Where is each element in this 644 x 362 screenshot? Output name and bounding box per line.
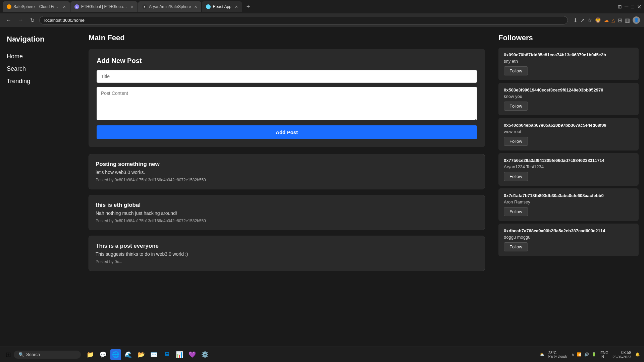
- browser-tab-tab2[interactable]: EETHGlobal | ETHGlobal Waterloo✕: [70, 1, 138, 12]
- taskbar-app-misc[interactable]: ⚙️: [200, 349, 210, 360]
- followers-list: 0x090c70b87fdd85c81cea74b13e06379e1b045e…: [498, 48, 639, 256]
- app-container: Navigation Home Search Trending Main Fee…: [0, 27, 644, 347]
- notifications-icon[interactable]: 🔔: [635, 352, 640, 357]
- download-icon[interactable]: ⬇: [573, 17, 578, 23]
- clock-date: 25-06-2023: [612, 355, 631, 359]
- post-author: Posted by 0x801b984a175b13cff166a4b042e8…: [96, 219, 478, 223]
- chevron-up-icon[interactable]: ∧: [572, 352, 574, 357]
- sound-icon[interactable]: 🔊: [584, 352, 589, 357]
- brave-rewards-icon: △: [611, 17, 615, 23]
- post-content: let's how web3.0 works.: [96, 170, 478, 175]
- taskbar-app-explorer[interactable]: 📁: [85, 349, 96, 360]
- post-title: This is a post everyone: [96, 243, 478, 249]
- taskbar-app-chrome[interactable]: 🌐: [110, 349, 121, 360]
- region: IN: [600, 355, 608, 359]
- browser-tab-tab3[interactable]: ●AryanAmin/SafeSphere✕: [138, 1, 201, 12]
- extensions-icon[interactable]: ⊞: [618, 17, 622, 23]
- follower-address: 0x503e3f99619440ecef3cec9f01248e03bb0529…: [504, 87, 633, 93]
- post-author: Posted by 0x801b984a175b13cff166a4b042e8…: [96, 178, 478, 182]
- taskbar-app-mail[interactable]: ✉️: [149, 349, 159, 360]
- profile-icon[interactable]: 👤: [633, 16, 640, 24]
- navigation-bar: ← → ↻ ⬇ ↗ ☆ 🦁 ☁ △ ⊞ ▥ 👤: [0, 13, 644, 27]
- browser-tab-tab4[interactable]: React App✕: [202, 1, 241, 12]
- tab-close-icon[interactable]: ✕: [194, 5, 197, 9]
- taskbar-app-files[interactable]: 📂: [136, 349, 147, 360]
- post-card: this is eth global Nah nothing much just…: [89, 195, 485, 230]
- start-button[interactable]: ⊞: [4, 349, 12, 360]
- add-post-button[interactable]: Add Post: [97, 125, 477, 139]
- weather-desc: Partly cloudy: [548, 355, 568, 358]
- post-card: Posting something new let's how web3.0 w…: [89, 154, 485, 189]
- follower-name: doggu moggu: [504, 235, 633, 240]
- taskbar-app-teams[interactable]: 💬: [98, 349, 108, 360]
- tab-close-icon[interactable]: ✕: [63, 5, 66, 9]
- minimize-button[interactable]: ─: [625, 4, 628, 10]
- taskbar-search[interactable]: 🔍 Search: [14, 351, 81, 359]
- post-title: this is eth global: [96, 202, 478, 208]
- follower-card: 0x7d1afa7b718fb893db30a3abc0cfc608aacfeb…: [498, 188, 639, 221]
- taskbar-app-vs[interactable]: 🖥: [161, 349, 172, 360]
- follow-button[interactable]: Follow: [504, 207, 528, 216]
- followers-title: Followers: [498, 34, 639, 42]
- follower-name: Aryan1234 Test1234: [504, 164, 633, 169]
- follow-button[interactable]: Follow: [504, 172, 528, 181]
- posts-container: Posting something new let's how web3.0 w…: [89, 154, 485, 271]
- tab-close-icon[interactable]: ✕: [235, 5, 238, 9]
- language: ENG: [600, 351, 608, 355]
- post-content: Nah nothing much just hacking around!: [96, 210, 478, 216]
- taskbar-system-icons: ∧ 📶 🔊 🔋: [572, 352, 596, 357]
- sidebar-item-trending[interactable]: Trending: [7, 78, 74, 85]
- follower-name: Aron Ramsey: [504, 199, 633, 204]
- back-button[interactable]: ←: [4, 16, 13, 24]
- refresh-button[interactable]: ↻: [28, 16, 37, 25]
- taskbar-app-discord[interactable]: 💜: [187, 349, 198, 360]
- browser-tab-tab1[interactable]: SafeSphere – Cloud Firestore – F…✕: [3, 1, 70, 12]
- post-card: This is a post everyone This suggests th…: [89, 236, 485, 271]
- follow-button[interactable]: Follow: [504, 242, 528, 251]
- tab-close-icon[interactable]: ✕: [130, 5, 133, 9]
- browser-nav-icons: ⬇ ↗ ☆ 🦁 ☁ △ ⊞ ▥ 👤: [573, 16, 640, 24]
- taskbar-app-ppt[interactable]: 📊: [174, 349, 185, 360]
- post-author: Posted by 0x...: [96, 259, 478, 264]
- follow-button[interactable]: Follow: [504, 102, 528, 111]
- weather-icon: ⛅: [540, 352, 544, 357]
- sidebar-title: Navigation: [7, 35, 74, 44]
- clock-time: 08:58: [612, 350, 631, 355]
- browser-chrome: SafeSphere – Cloud Firestore – F…✕EETHGl…: [0, 0, 644, 27]
- weather-temp: 28°C: [548, 351, 568, 355]
- new-tab-button[interactable]: +: [244, 3, 253, 10]
- add-post-card: Add New Post Add Post: [89, 49, 485, 147]
- address-bar[interactable]: [39, 16, 568, 24]
- close-button[interactable]: ✕: [637, 4, 641, 10]
- post-content: This suggests thinks to do in web3.0 wor…: [96, 251, 478, 257]
- follower-address: 0xdbcab7a768ea9a00b2ffa5a2eb387cad609e21…: [504, 228, 633, 233]
- forward-button[interactable]: →: [16, 16, 25, 24]
- post-content-input[interactable]: [97, 87, 477, 120]
- network-icon[interactable]: 📶: [577, 352, 582, 357]
- tab-list-icon[interactable]: ⊞: [618, 4, 622, 9]
- taskbar-apps: 📁 💬 🌐 🌊 📂 ✉️ 🖥 📊 💜 ⚙️: [85, 349, 210, 360]
- taskbar-right: ⛅ 28°C Partly cloudy ∧ 📶 🔊 🔋 ENG IN 08:5…: [540, 350, 640, 359]
- maximize-button[interactable]: □: [631, 4, 634, 10]
- cloudflare-icon: ☁: [604, 17, 609, 23]
- taskbar-app-edge[interactable]: 🌊: [123, 349, 134, 360]
- main-feed-title: Main Feed: [89, 34, 485, 42]
- bookmark-icon[interactable]: ☆: [587, 17, 592, 23]
- follow-button[interactable]: Follow: [504, 137, 528, 146]
- weather-info: 28°C Partly cloudy: [548, 351, 568, 358]
- sidebar: Navigation Home Search Trending: [0, 27, 80, 347]
- sidebar-item-home[interactable]: Home: [7, 53, 74, 60]
- battery-icon[interactable]: 🔋: [592, 352, 596, 357]
- share-icon[interactable]: ↗: [580, 17, 585, 23]
- follower-card: 0x503e3f99619440ecef3cec9f01248e03bb0529…: [498, 83, 639, 115]
- follower-name: know you: [504, 94, 633, 99]
- taskbar-clock: 08:58 25-06-2023: [612, 350, 631, 359]
- follow-button[interactable]: Follow: [504, 66, 528, 75]
- main-feed: Main Feed Add New Post Add Post Posting …: [80, 27, 493, 347]
- follower-card: 0x540cb04ebab67e05a620b97bb367ac5e4ed68f…: [498, 118, 639, 150]
- sidebar-item-search[interactable]: Search: [7, 65, 74, 72]
- follower-name: shy eth: [504, 59, 633, 64]
- post-title-input[interactable]: [97, 70, 477, 83]
- sidebar-toggle-icon[interactable]: ▥: [625, 17, 630, 23]
- taskbar-search-label: Search: [26, 352, 40, 357]
